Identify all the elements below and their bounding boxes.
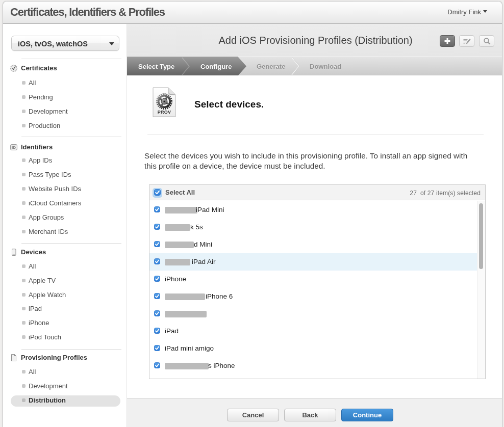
svg-text:ID: ID bbox=[12, 145, 16, 150]
